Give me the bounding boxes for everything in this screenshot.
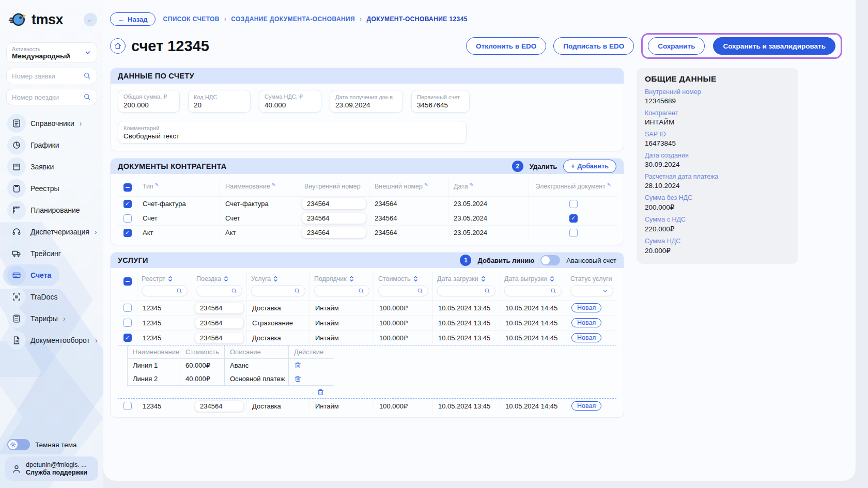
- sidebar-item-scheta[interactable]: Счета: [3, 264, 59, 286]
- sidebar-item-dispetcherizaciya[interactable]: Диспетчеризация›: [3, 221, 100, 243]
- activity-select[interactable]: Активность Международный: [6, 42, 97, 63]
- sun-icon: [8, 440, 18, 449]
- reject-edo-button[interactable]: Отклонить в EDO: [466, 37, 546, 55]
- service-lines-expanded: Наименование Стоимость Описание Действие…: [118, 345, 616, 399]
- sort-icon[interactable]: [168, 275, 173, 282]
- selected-count-badge: 1: [460, 255, 471, 266]
- plus-icon: +: [571, 163, 575, 170]
- save-button[interactable]: Сохранить: [648, 37, 705, 55]
- add-line-button[interactable]: Добавить линию: [477, 257, 534, 264]
- select-all-checkbox[interactable]: [123, 183, 132, 192]
- document-flow-icon: [7, 331, 26, 350]
- sidebar-item-treysing[interactable]: Трейсинг: [3, 243, 100, 264]
- sidebar-collapse-button[interactable]: ←: [84, 13, 97, 26]
- primary-invoice-field[interactable]: Первичный счет 34567645: [411, 90, 470, 113]
- row-checkbox[interactable]: [123, 229, 132, 237]
- internal-number-input[interactable]: 234564: [302, 198, 366, 209]
- advance-invoice-toggle[interactable]: [540, 255, 560, 265]
- trip-filter-input[interactable]: [201, 287, 231, 294]
- sort-icon[interactable]: [550, 275, 554, 282]
- trash-icon: [294, 361, 302, 369]
- service-filter-input[interactable]: [256, 287, 294, 294]
- user-card[interactable]: dpetunin@fmlogis. ... Служба поддержки: [5, 456, 98, 481]
- sign-edo-button[interactable]: Подписать в EDO: [553, 37, 634, 55]
- internal-number-input[interactable]: 234564: [302, 227, 366, 238]
- edoc-checkbox[interactable]: [569, 229, 578, 237]
- add-document-button[interactable]: +Добавить: [563, 160, 616, 173]
- sort-icon[interactable]: [273, 275, 278, 282]
- contractor-filter-input[interactable]: [319, 287, 358, 294]
- lines-table: Наименование Стоимость Описание Действие…: [127, 345, 334, 386]
- row-checkbox[interactable]: [123, 214, 132, 223]
- general-data-panel: ОБЩИЕ ДАННЫЕ Внутренний номер12345689 Ко…: [637, 68, 798, 264]
- sort-icon[interactable]: [481, 275, 486, 282]
- search-icon: [294, 288, 301, 294]
- sidebar-item-tradocs[interactable]: TraDocs: [3, 286, 100, 308]
- sidebar-item-tarify[interactable]: Тарифы›: [3, 308, 100, 329]
- row-checkbox[interactable]: [123, 304, 132, 312]
- sidebar-item-spravochniki[interactable]: Справочники›: [3, 113, 100, 134]
- trip-number-input[interactable]: 234564: [195, 303, 243, 313]
- sidebar: tmsx ← Активность Международный Справочн…: [0, 0, 103, 488]
- sort-icon[interactable]: [413, 275, 418, 282]
- registry-filter-input[interactable]: [146, 287, 176, 294]
- breadcrumb-invoices-list[interactable]: СПИСОК СЧЕТОВ: [163, 15, 220, 23]
- save-and-validate-button[interactable]: Сохранить и завалидировать: [713, 37, 835, 55]
- comment-field[interactable]: Комментарий Свободный текст: [118, 121, 467, 144]
- theme-toggle[interactable]: [7, 439, 30, 450]
- user-email: dpetunin@fmlogis. ...: [26, 461, 87, 468]
- delete-line-button[interactable]: [294, 361, 302, 369]
- sidebar-item-zayavki[interactable]: Заявки: [3, 156, 100, 178]
- chevron-right-icon: ›: [360, 15, 362, 23]
- vat-code-field[interactable]: Код НДС 20: [188, 90, 251, 113]
- edoc-checkbox[interactable]: [569, 214, 578, 223]
- request-number-input[interactable]: [12, 72, 80, 80]
- sort-icon[interactable]: [224, 275, 228, 282]
- chevron-right-icon: ›: [95, 228, 97, 236]
- back-button[interactable]: ←Назад: [110, 12, 156, 26]
- delete-line-button[interactable]: [294, 375, 302, 383]
- cost-filter-input[interactable]: [383, 287, 417, 294]
- services-table-header: Реестрт Поездка Услуга Подрядчик: [118, 272, 616, 345]
- sidebar-item-planirovanie[interactable]: Планирование: [3, 199, 100, 221]
- internal-number-input[interactable]: 234564: [302, 213, 366, 224]
- sort-icon[interactable]: [349, 275, 354, 282]
- trip-number-input[interactable]: 234564: [195, 333, 243, 343]
- trip-number-search: [6, 89, 97, 105]
- load-date-filter-input[interactable]: [442, 287, 484, 294]
- delete-documents-button[interactable]: Удалить: [530, 163, 557, 170]
- docs-received-date-field[interactable]: Дата получения док-в 23.09.2024: [330, 90, 403, 113]
- activity-label: Активность: [12, 46, 70, 52]
- arrow-left-icon: ←: [87, 15, 94, 24]
- scan-icon: [7, 288, 26, 306]
- home-button[interactable]: [110, 38, 126, 54]
- vat-amount-field[interactable]: Сумма НДС, ₽ 40.000: [259, 90, 321, 113]
- logo-text: tmsx: [32, 12, 63, 28]
- search-icon: [176, 288, 183, 294]
- arrow-left-icon: ←: [118, 15, 125, 23]
- select-all-checkbox[interactable]: [123, 277, 132, 286]
- delete-expanded-row-button[interactable]: [317, 388, 324, 396]
- breadcrumb-create-base-document[interactable]: СОЗДАНИЕ ДОКУМЕНТА-ОСНОВАНИЯ: [231, 15, 355, 23]
- breadcrumb: ←Назад СПИСОК СЧЕТОВ › СОЗДАНИЕ ДОКУМЕНТ…: [110, 12, 856, 26]
- pie-chart-icon: [7, 136, 26, 154]
- status-filter-select[interactable]: [570, 285, 613, 296]
- trash-icon: [294, 375, 302, 383]
- trip-number-input[interactable]: 234564: [195, 318, 243, 328]
- trip-number-input[interactable]: 234564: [195, 401, 243, 412]
- edoc-checkbox[interactable]: [569, 200, 578, 208]
- panel-title: ДОКУМЕНТЫ КОНТРАГЕНТА: [118, 162, 227, 170]
- row-checkbox[interactable]: [123, 200, 132, 208]
- unload-date-filter-input[interactable]: [509, 287, 550, 294]
- sidebar-item-reestry[interactable]: Реестры: [3, 178, 100, 199]
- row-checkbox[interactable]: [123, 334, 132, 342]
- sidebar-item-dokumentooborot[interactable]: Документооборот›: [3, 329, 100, 351]
- trip-number-input[interactable]: [12, 93, 80, 101]
- row-checkbox[interactable]: [123, 402, 132, 410]
- total-amount-field[interactable]: Общая сумма, ₽ 200.000: [118, 90, 180, 113]
- chevron-right-icon: ›: [95, 336, 98, 344]
- row-checkbox[interactable]: [123, 319, 132, 327]
- table-row: [118, 300, 137, 315]
- sidebar-item-grafiki[interactable]: Графики: [3, 134, 100, 156]
- services-panel: УСЛУГИ 1 Добавить линию Авансовый счет Р…: [110, 252, 624, 418]
